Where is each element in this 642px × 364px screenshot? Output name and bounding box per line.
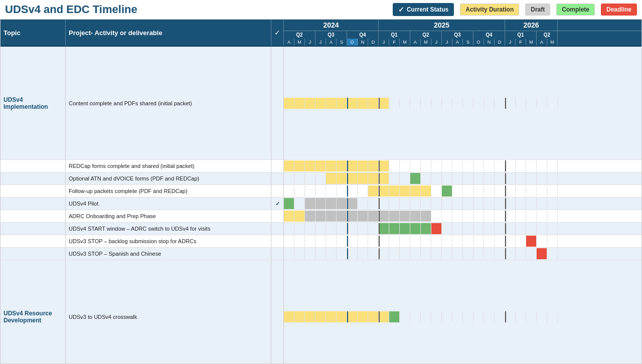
gantt-cell [442, 311, 452, 322]
gantt-cell [337, 223, 347, 234]
table-row: ADRC Onboarding and Prep Phase [1, 210, 641, 223]
gantt-cell [305, 198, 315, 209]
gantt-cell [484, 236, 495, 247]
gantt-cell [421, 223, 431, 234]
gantt-cell [315, 211, 326, 222]
gantt-cell [526, 198, 537, 209]
month-cell: J [431, 39, 442, 46]
gantt-cell [284, 198, 294, 209]
gantt-cell [452, 160, 463, 171]
gantt-cell [473, 248, 484, 259]
gantt-cell [294, 198, 305, 209]
table-row: UDSv3 STOP – Spanish and Chinese [1, 248, 641, 260]
gantt-cell [473, 311, 484, 322]
month-cell: M [421, 39, 431, 46]
cell-timeline [284, 260, 641, 363]
gantt-cell [505, 248, 516, 259]
gantt-cell [526, 236, 537, 247]
gantt-cell [326, 248, 337, 259]
cell-check [271, 260, 284, 363]
gantt-cell [410, 311, 421, 322]
cell-topic [1, 185, 66, 197]
table-row: UDSv3 STOP – backlog submission stop for… [1, 235, 641, 248]
gantt-cell [368, 186, 379, 197]
gantt-cell [294, 248, 305, 259]
gantt-cell [347, 211, 358, 222]
cell-activity: Optional ATN and dVOICE forms (PDF and R… [66, 172, 271, 185]
gantt-cell [315, 173, 326, 184]
table-body: UDSv4ImplementationContent complete and … [1, 47, 641, 363]
gantt-cell [315, 98, 326, 109]
cell-topic [1, 223, 66, 235]
gantt-cell [358, 198, 368, 209]
month-cell: J [379, 39, 389, 46]
gantt-cell [547, 198, 558, 209]
gantt-cell [505, 311, 516, 322]
gantt-cell [473, 160, 484, 171]
gantt-cell [347, 223, 358, 234]
gantt-cell [547, 223, 558, 234]
gantt-cell [305, 311, 315, 322]
gantt-cell [358, 98, 368, 109]
gantt-cell [505, 211, 516, 222]
gantt-cell [400, 248, 410, 259]
gantt-cell [442, 211, 452, 222]
gantt-cell [505, 223, 516, 234]
gantt-cell [389, 236, 400, 247]
gantt-cell [358, 311, 368, 322]
gantt-cell [442, 248, 452, 259]
cell-check [271, 210, 284, 222]
gantt-cell [421, 211, 431, 222]
gantt-cell [294, 311, 305, 322]
month-cell: A [537, 39, 547, 46]
gantt-cell [505, 198, 516, 209]
gantt-cell [537, 160, 547, 171]
gantt-cell [452, 173, 463, 184]
month-cell: M [547, 39, 558, 46]
cell-check [271, 172, 284, 185]
gantt-cell [473, 198, 484, 209]
legend-current-status: ✓ Current Status [393, 3, 454, 16]
year-cell-2025: 2025 [379, 20, 505, 31]
gantt-cell [495, 186, 505, 197]
cell-check [271, 47, 284, 159]
cell-topic [1, 160, 66, 172]
gantt-cell [442, 173, 452, 184]
month-cell: S [463, 39, 473, 46]
gantt-cell [347, 160, 358, 171]
gantt-cell [526, 248, 537, 259]
gantt-cell [484, 223, 495, 234]
gantt-cell [358, 211, 368, 222]
gantt-cell [400, 311, 410, 322]
cell-activity: Content complete and PDFs shared (initia… [66, 47, 271, 159]
gantt-cell [326, 186, 337, 197]
gantt-cell [452, 198, 463, 209]
quarter-cell: Q3 [315, 31, 347, 39]
gantt-cell [389, 211, 400, 222]
gantt-cell [431, 173, 442, 184]
gantt-cell [495, 173, 505, 184]
gantt-cell [452, 311, 463, 322]
gantt-cell [452, 223, 463, 234]
gantt-cell [526, 98, 537, 109]
gantt-cell [495, 248, 505, 259]
cell-topic [1, 210, 66, 222]
gantt-cell [358, 248, 368, 259]
month-cell: S [337, 39, 347, 46]
gantt-cell [526, 311, 537, 322]
gantt-cell [537, 248, 547, 259]
gantt-cell [516, 311, 526, 322]
gantt-cell [537, 211, 547, 222]
gantt-cell [452, 211, 463, 222]
gantt-cell [547, 248, 558, 259]
gantt-cell [484, 198, 495, 209]
gantt-cell [326, 236, 337, 247]
gantt-cell [547, 173, 558, 184]
gantt-cell [421, 198, 431, 209]
gantt-cell [484, 211, 495, 222]
gantt-cell [305, 186, 315, 197]
gantt-cell [516, 248, 526, 259]
cell-timeline [284, 210, 641, 222]
gantt-cell [495, 211, 505, 222]
gantt-cell [368, 173, 379, 184]
